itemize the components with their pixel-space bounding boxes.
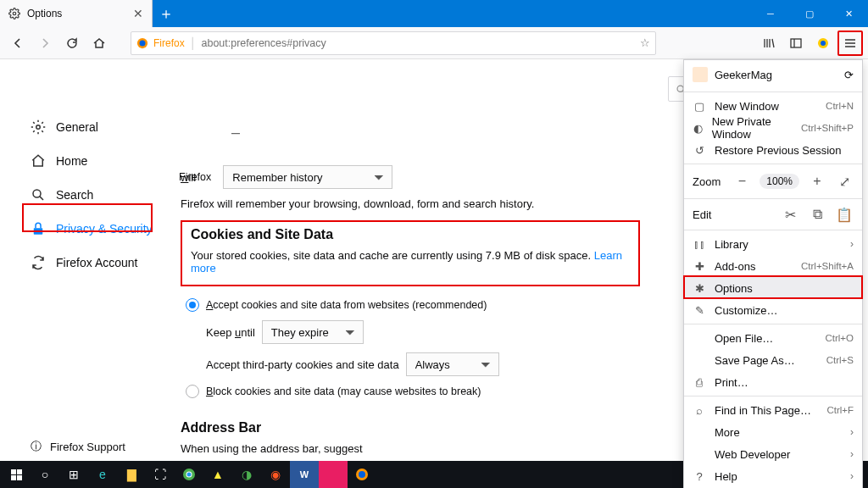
menu-options[interactable]: ✱ Options [684,277,862,299]
paint-icon: ✎ [693,303,706,317]
svg-rect-3 [791,39,801,47]
accept-cookies-label: Accept cookies and site data from websit… [206,299,487,311]
sync-icon[interactable]: ⟳ [844,69,854,81]
gear-icon [8,8,20,19]
maximize-button[interactable]: ▢ [790,0,829,27]
app-icon-2[interactable]: ◑ [232,461,261,488]
keep-until-select[interactable]: They expire ⏷ [262,320,364,344]
sidebar-item-privacy[interactable]: Privacy & Security [0,212,165,246]
app-icon[interactable]: ▲ [203,461,232,488]
mask-icon: ◐ [693,121,704,135]
help-icon: ? [693,469,706,483]
bookmark-star-icon[interactable]: ☆ [640,36,650,49]
chevron-right-icon: › [850,238,854,250]
menu-save-page[interactable]: Save Page As… Ctrl+S [684,349,862,371]
firefox-icon [136,37,148,49]
menu-account-row[interactable]: GeekerMag ⟳ [684,60,862,89]
menu-open-file[interactable]: Open File… Ctrl+O [684,327,862,349]
svg-line-9 [40,197,43,200]
menu-print[interactable]: ⎙ Print… [684,371,862,393]
sync-icon [31,255,46,270]
firefox-taskbar-icon[interactable] [348,461,376,488]
reload-button[interactable] [59,30,85,56]
fullscreen-button[interactable]: ⤢ [835,172,854,191]
block-cookies-radio[interactable] [186,385,199,398]
extension-button[interactable] [810,30,836,56]
titlebar: Options ✕ ＋ ─ ▢ ✕ [0,0,868,27]
window-icon: ▢ [693,99,706,113]
menu-new-window[interactable]: ▢ New Window Ctrl+N [684,95,862,117]
menu-addons[interactable]: ✚ Add-ons Ctrl+Shift+A [684,255,862,277]
sidebar-item-search[interactable]: Search [0,178,165,212]
svg-point-0 [13,12,16,15]
print-icon: ⎙ [693,375,706,389]
library-button[interactable] [756,30,782,56]
sidebar-item-account[interactable]: Firefox Account [0,246,165,280]
zoom-in-button[interactable]: + [808,172,826,191]
paste-button[interactable]: 📋 [835,205,854,224]
app-icon-4[interactable] [319,461,348,488]
menu-library[interactable]: ⫿⫿ Library › [684,233,862,255]
menu-help[interactable]: ? Help › [684,465,862,487]
avatar-icon [693,67,708,82]
sidebar-item-general[interactable]: General [0,110,165,144]
support-link[interactable]: ⓘ Firefox Support [31,439,125,454]
help-icon: ⓘ [31,439,42,454]
url-text: about:preferences#privacy [202,37,326,49]
copy-button[interactable]: ⧉ [808,205,826,224]
restore-icon: ↺ [693,143,706,157]
close-window-button[interactable]: ✕ [829,0,868,27]
taskview-button[interactable]: ⊞ [59,461,88,488]
new-tab-button[interactable]: ＋ [153,0,180,27]
url-bar[interactable]: Firefox │ about:preferences#privacy ☆ [131,31,656,55]
cookies-heading: Cookies and Site Data [191,227,630,242]
menu-customize[interactable]: ✎ Customize… [684,299,862,321]
menu-new-private[interactable]: ◐ New Private Window Ctrl+Shift+P [684,117,862,139]
tab-close-icon[interactable]: ✕ [133,7,143,20]
svg-point-15 [187,473,192,477]
sidebar-toggle-button[interactable] [783,30,809,56]
cookies-section: Cookies and Site Data Your stored cookie… [181,220,640,286]
search-icon: ⌕ [693,403,706,417]
identity-label: Firefox [153,37,185,49]
account-name: GeekerMag [715,69,772,81]
svg-point-17 [359,471,365,478]
store-icon[interactable]: ⛶ [146,461,175,488]
zoom-out-button[interactable]: − [732,172,751,191]
svg-point-2 [140,40,146,46]
sidebar-label: Search [56,188,93,202]
forward-button[interactable] [32,30,58,56]
toolbar: Firefox │ about:preferences#privacy ☆ [0,27,868,59]
menu-restore-session[interactable]: ↺ Restore Previous Session [684,139,862,161]
search-icon [31,187,46,202]
menu-find[interactable]: ⌕ Find in This Page… Ctrl+F [684,399,862,421]
home-button[interactable] [86,30,112,56]
back-button[interactable] [5,30,31,56]
sidebar-item-home[interactable]: Home [0,144,165,178]
svg-rect-10 [34,228,43,235]
sidebar: General Home Search Privacy & Security F… [0,59,165,461]
minimize-button[interactable]: ─ [751,0,790,27]
cortana-button[interactable]: ○ [31,461,59,488]
accept-cookies-radio[interactable] [186,298,199,312]
menu-webdev[interactable]: Web Developer › [684,443,862,465]
menu-more[interactable]: More › [684,421,862,443]
word-icon[interactable]: W [290,461,319,488]
cut-button[interactable]: ✂ [781,205,799,224]
third-party-select[interactable]: Always ⏷ [406,352,499,376]
browser-tab-options[interactable]: Options ✕ [0,0,153,27]
explorer-icon[interactable]: ▇ [117,461,146,488]
chevron-right-icon: › [850,426,854,438]
chrome-icon[interactable] [175,461,203,488]
app-icon-3[interactable]: ◉ [261,461,290,488]
start-button[interactable] [2,461,31,488]
sidebar-label: General [56,120,98,134]
svg-point-6 [821,41,826,46]
edge-icon[interactable]: e [88,461,117,488]
keep-until-label: Keep until [206,326,255,339]
tab-label: Options [27,8,62,19]
history-mode-select[interactable]: Remember history ⏷ [223,165,392,189]
hamburger-menu-button[interactable] [837,30,863,56]
third-party-label: Accept third-party cookies and site data [206,358,399,371]
lock-icon [31,221,46,236]
